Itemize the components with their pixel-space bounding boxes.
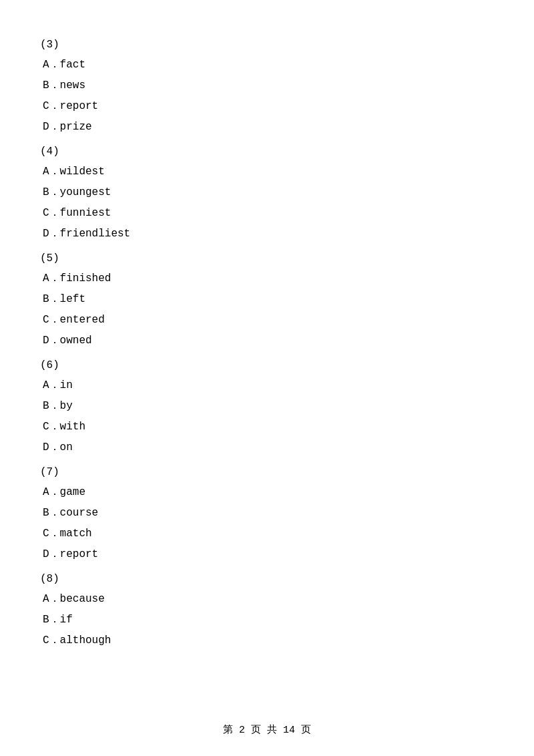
question-5-option-0: A．because <box>40 592 494 606</box>
question-4-option-0: A．game <box>40 485 494 499</box>
question-number-4: (7) <box>40 466 494 478</box>
page-content: (3)A．factB．newsC．reportD．prize(4)A．wilde… <box>0 0 534 694</box>
question-5-option-1: B．if <box>40 612 494 626</box>
question-3-option-2: C．with <box>40 419 494 433</box>
question-5-option-2: C．although <box>40 633 494 647</box>
question-3-option-0: A．in <box>40 378 494 392</box>
page-footer: 第 2 页 共 14 页 <box>0 723 534 736</box>
footer-text: 第 2 页 共 14 页 <box>223 725 311 736</box>
question-1-option-1: B．youngest <box>40 185 494 199</box>
question-4-option-2: C．match <box>40 526 494 540</box>
question-1-option-0: A．wildest <box>40 164 494 178</box>
question-1-option-2: C．funniest <box>40 206 494 220</box>
question-0-option-2: C．report <box>40 99 494 113</box>
question-2-option-3: D．owned <box>40 333 494 347</box>
question-0-option-3: D．prize <box>40 120 494 134</box>
question-1-option-3: D．friendliest <box>40 226 494 240</box>
question-2-option-2: C．entered <box>40 313 494 327</box>
question-4-option-3: D．report <box>40 547 494 561</box>
question-0-option-1: B．news <box>40 78 494 92</box>
question-number-1: (4) <box>40 146 494 158</box>
question-number-0: (3) <box>40 39 494 51</box>
question-3-option-1: B．by <box>40 399 494 413</box>
question-4-option-1: B．course <box>40 506 494 520</box>
question-number-5: (8) <box>40 573 494 585</box>
question-number-3: (6) <box>40 359 494 371</box>
question-2-option-0: A．finished <box>40 271 494 285</box>
question-2-option-1: B．left <box>40 292 494 306</box>
question-3-option-3: D．on <box>40 440 494 454</box>
question-number-2: (5) <box>40 252 494 264</box>
question-0-option-0: A．fact <box>40 57 494 71</box>
